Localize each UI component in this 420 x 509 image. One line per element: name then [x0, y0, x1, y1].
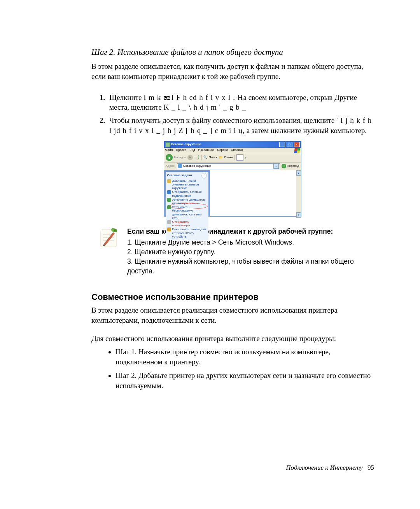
task-setup-home[interactable]: Установить домашнюю или малую сеть	[167, 198, 207, 205]
step-title: Шаг 2. Использование файлов и папок обще…	[91, 47, 373, 58]
go-label: Переход	[287, 164, 299, 168]
forward-button[interactable]: ►	[187, 155, 193, 160]
menu-edit[interactable]: Правка	[176, 148, 186, 152]
task-label: Отобразить компьютеры	[172, 220, 207, 227]
address-input[interactable]: Сетевое окружение ▾	[177, 163, 280, 169]
printers-p2: Для совместного использования принтера в…	[91, 334, 373, 344]
task-add-place[interactable]: Добавить новый элемент в сетевое окружен…	[167, 179, 207, 190]
panel-title: Сетевые задачи	[167, 173, 192, 178]
task-icon	[167, 198, 171, 202]
maximize-button[interactable]: □	[287, 142, 292, 147]
panel-collapse-icon[interactable]: ⌃	[201, 173, 207, 178]
note-line-1: 1. Щелкните Другие места > Сеть Microsof…	[127, 238, 373, 247]
go-button[interactable]: → Переход	[282, 164, 299, 168]
menu-bar: Файл Правка Вид Избранное Сервис Справка	[164, 148, 301, 153]
intro-paragraph: В этом разделе описывается, как получить…	[91, 61, 373, 81]
views-dropdown-icon[interactable]: ▾	[245, 156, 247, 159]
task-label: Установить домашнюю или малую сеть	[172, 198, 207, 205]
page-number: 95	[368, 464, 374, 471]
note-line-2: 2. Щелкните нужную группу.	[127, 247, 373, 257]
task-label: Отобразить сетевые подключения	[172, 190, 207, 197]
task-label: Добавить новый элемент в сетевое окружен…	[172, 179, 207, 190]
back-dropdown-icon[interactable]: ▾	[184, 156, 186, 159]
task-show-connections[interactable]: Отобразить сетевые подключения	[167, 190, 207, 197]
up-button[interactable]: ⤴	[197, 154, 200, 161]
address-value: Сетевое окружение	[183, 164, 212, 168]
panel-heading[interactable]: Сетевые задачи ⌃	[167, 173, 207, 178]
search-label: Поиск	[209, 156, 217, 160]
step-1-garbled-2: K _ l _ \ h d j m ' _ g b _	[163, 103, 246, 111]
menu-help[interactable]: Справка	[231, 148, 243, 152]
views-button[interactable]	[236, 154, 243, 161]
note-body: Если ваш компьютер принадлежит к другой …	[127, 227, 373, 276]
address-icon	[178, 164, 182, 168]
task-show-computers[interactable]: Отобразить компьютеры	[167, 220, 207, 227]
task-icon	[167, 205, 171, 209]
back-label: Назад	[174, 156, 183, 160]
note-block: Если ваш компьютер принадлежит к другой …	[98, 227, 373, 276]
step-1-text-a: Щелкните	[109, 93, 144, 101]
step-2-text-b: , а затем щелкните нужный компьютер.	[243, 126, 367, 135]
step-2-text-a: Чтобы получить доступ к файлу совместног…	[109, 116, 336, 124]
address-bar: Адрес: Сетевое окружение ▾ → Переход	[164, 163, 301, 170]
task-show-upnp[interactable]: Показывать значки для сетевых UPnP-устро…	[167, 227, 207, 238]
menu-favorites[interactable]: Избранное	[198, 148, 214, 152]
task-icon	[167, 227, 171, 231]
step-1: Щелкните I m k ӕI F h cd h f i v x I . Н…	[107, 93, 373, 112]
window-titlebar: Сетевое окружение _ □ ×	[164, 141, 301, 148]
task-icon	[167, 190, 171, 194]
printers-step-2: Шаг 2. Добавьте принтер на других компью…	[116, 371, 373, 390]
task-label: Показывать значки для сетевых UPnP-устро…	[172, 227, 207, 238]
numbered-steps: Щелкните I m k ӕI F h cd h f i v x I . Н…	[91, 93, 373, 136]
note-icon	[98, 227, 120, 248]
network-tasks-panel: Сетевые задачи ⌃ Добавить новый элемент …	[166, 172, 208, 240]
note-line-3: 3. Щелкните нужный компьютер, чтобы выве…	[127, 257, 373, 276]
toolbar-separator: ·	[194, 156, 195, 160]
page-footer: Подключение к Интернету 95	[286, 464, 374, 472]
task-icon	[167, 179, 171, 183]
note-heading: Если ваш компьютер принадлежит к другой …	[127, 227, 373, 236]
window-title: Сетевое окружение	[171, 142, 278, 147]
footer-text: Подключение к Интернету	[286, 464, 362, 471]
toolbar-divider-2	[234, 155, 235, 160]
printers-steps: Шаг 1. Назначьте принтер совместно испол…	[91, 347, 373, 391]
folders-icon[interactable]: 📁	[219, 156, 223, 160]
minimize-button[interactable]: _	[279, 142, 285, 147]
window-content: Сетевые задачи ⌃ Добавить новый элемент …	[164, 170, 301, 216]
svg-point-5	[114, 229, 117, 232]
printers-heading: Совместное использование принтеров	[91, 291, 373, 303]
address-label: Адрес:	[166, 164, 175, 168]
scroll-up-icon[interactable]: ▴	[296, 170, 301, 176]
search-icon[interactable]: 🔍	[203, 156, 207, 160]
go-icon: →	[282, 164, 286, 168]
scroll-track[interactable]	[296, 176, 301, 212]
vertical-scrollbar[interactable]: ▴ ▾	[296, 170, 301, 216]
step-1-garbled-1: I m k ӕI F h cd h f i v x I . Н	[144, 93, 243, 101]
xp-window: Сетевое окружение _ □ × Файл Правка Вид …	[164, 141, 301, 217]
step-2: Чтобы получить доступ к файлу совместног…	[107, 115, 373, 135]
menu-view[interactable]: Вид	[189, 148, 195, 152]
task-label: Установить беспроводную домашнюю сеть ил…	[172, 205, 207, 220]
close-button[interactable]: ×	[294, 142, 300, 147]
printers-p1: В этом разделе описывается реализация со…	[91, 305, 373, 325]
printers-step-1: Шаг 1. Назначьте принтер совместно испол…	[116, 347, 373, 367]
tasks-sidebar: Сетевые задачи ⌃ Добавить новый элемент …	[164, 170, 210, 216]
task-setup-wireless[interactable]: Установить беспроводную домашнюю сеть ил…	[167, 205, 207, 220]
folders-label: Папки	[224, 156, 233, 160]
toolbar-divider	[201, 155, 202, 160]
toolbar: ◄ Назад ▾ ► · ⤴ 🔍 Поиск 📁 Папки ▾	[164, 153, 301, 163]
back-button[interactable]: ◄	[166, 154, 173, 161]
task-icon	[167, 220, 171, 224]
window-icon	[165, 142, 170, 147]
windows-flag-icon	[294, 148, 300, 153]
menu-tools[interactable]: Сервис	[217, 148, 228, 152]
main-content-area: ▴ ▾	[210, 170, 301, 216]
address-dropdown-icon[interactable]: ▾	[273, 164, 279, 169]
scroll-down-icon[interactable]: ▾	[296, 212, 301, 218]
menu-file[interactable]: Файл	[165, 148, 173, 152]
